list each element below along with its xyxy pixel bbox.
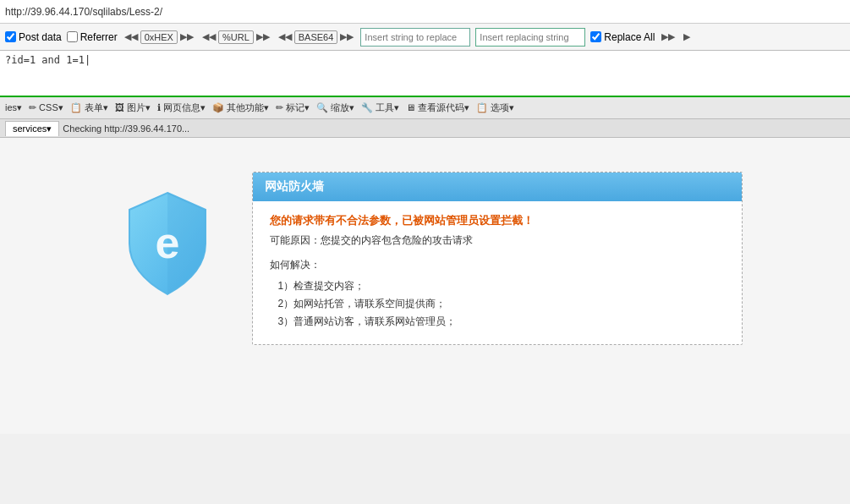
url-right-arrow[interactable]: ▶▶ xyxy=(255,30,271,43)
text-area-container: ?id=1 and 1=1 xyxy=(0,51,850,97)
base64-group: ◀◀ BASE64 ▶▶ xyxy=(277,30,356,44)
replace-all-text: Replace All xyxy=(604,31,655,43)
firewall-list-item-3: 3）普通网站访客，请联系网站管理员； xyxy=(270,315,725,329)
status-tab[interactable]: services▾ xyxy=(5,121,59,136)
firewall-header-text: 网站防火墙 xyxy=(265,179,324,193)
toolbar: Post data Referrer ◀◀ 0xHEX ▶▶ ◀◀ %URL ▶… xyxy=(0,24,850,51)
firewall-list: 1）检查提交内容； 2）如网站托管，请联系空间提供商； 3）普通网站访客，请联系… xyxy=(270,279,725,329)
url-bar: http://39.96.44.170/sqlilabs/Less-2/ xyxy=(0,0,850,24)
dev-item-options[interactable]: 📋 选项▾ xyxy=(476,101,514,114)
replace-all-checkbox[interactable] xyxy=(590,31,601,42)
text-content[interactable]: ?id=1 and 1=1 xyxy=(5,54,845,92)
firewall-how: 如何解决： xyxy=(270,258,725,272)
svg-text:e: e xyxy=(155,218,179,267)
insert-string-input[interactable] xyxy=(360,28,470,47)
referrer-label: Referrer xyxy=(80,31,118,43)
base64-left-arrow[interactable]: ◀◀ xyxy=(277,30,293,43)
firewall-box: 网站防火墙 您的请求带有不合法参数，已被网站管理员设置拦截！ 可能原因：您提交的… xyxy=(252,172,743,345)
firewall-list-item-1: 1）检查提交内容； xyxy=(270,279,725,293)
url-label: %URL xyxy=(218,30,254,44)
firewall-subtitle: 可能原因：您提交的内容包含危险的攻击请求 xyxy=(270,233,725,248)
firewall-title: 您的请求带有不合法参数，已被网站管理员设置拦截！ xyxy=(270,213,725,228)
shield-container: e xyxy=(108,189,227,299)
status-text: Checking http://39.96.44.170... xyxy=(63,123,189,134)
replace-all-right-arrow[interactable]: ▶▶ xyxy=(660,30,677,43)
dev-item-pageinfo[interactable]: ℹ 网页信息▾ xyxy=(157,101,206,114)
post-data-label: Post data xyxy=(19,31,62,43)
dev-item-source[interactable]: 🖥 查看源代码▾ xyxy=(406,101,469,114)
dev-toolbar: ies▾ ✏ CSS▾ 📋 表单▾ 🖼 图片▾ ℹ 网页信息▾ 📦 其他功能▾ … xyxy=(0,97,850,119)
dev-item-ies[interactable]: ies▾ xyxy=(5,102,22,113)
text-cursor xyxy=(85,54,90,66)
status-tab-label: services▾ xyxy=(13,123,52,134)
referrer-checkbox[interactable] xyxy=(67,31,78,42)
firewall-header: 网站防火墙 xyxy=(253,173,742,201)
base64-right-arrow[interactable]: ▶▶ xyxy=(338,30,355,43)
firewall-container: e 网站防火墙 您的请求带有不合法参数，已被网站管理员设置拦截！ 可能原因：您提… xyxy=(108,172,743,400)
post-data-checkbox[interactable] xyxy=(5,31,16,42)
status-bar: services▾ Checking http://39.96.44.170..… xyxy=(0,119,850,138)
url-text: http://39.96.44.170/sqlilabs/Less-2/ xyxy=(5,6,162,18)
hex-right-arrow[interactable]: ▶▶ xyxy=(178,30,195,43)
hex-label: 0xHEX xyxy=(140,30,178,44)
dev-item-images[interactable]: 🖼 图片▾ xyxy=(115,101,151,114)
base64-label: BASE64 xyxy=(294,30,338,44)
shield-icon: e xyxy=(117,189,218,299)
extra-arrow[interactable]: ▶ xyxy=(682,30,692,43)
url-left-arrow[interactable]: ◀◀ xyxy=(200,30,217,43)
url-group: ◀◀ %URL ▶▶ xyxy=(200,30,271,44)
firewall-body: 您的请求带有不合法参数，已被网站管理员设置拦截！ 可能原因：您提交的内容包含危险… xyxy=(253,201,742,344)
dev-item-forms[interactable]: 📋 表单▾ xyxy=(70,101,108,114)
main-content: e 网站防火墙 您的请求带有不合法参数，已被网站管理员设置拦截！ 可能原因：您提… xyxy=(0,138,850,434)
dev-item-css[interactable]: ✏ CSS▾ xyxy=(29,102,63,113)
dev-item-tools[interactable]: 🔧 工具▾ xyxy=(361,101,399,114)
insert-replacing-input[interactable] xyxy=(475,28,585,47)
hex-group: ◀◀ 0xHEX ▶▶ xyxy=(123,30,195,44)
dev-item-other[interactable]: 📦 其他功能▾ xyxy=(212,101,269,114)
text-value: ?id=1 and 1=1 xyxy=(5,54,85,66)
hex-left-arrow[interactable]: ◀◀ xyxy=(123,30,140,43)
dev-item-zoom[interactable]: 🔍 缩放▾ xyxy=(316,101,354,114)
firewall-list-item-2: 2）如网站托管，请联系空间提供商； xyxy=(270,297,725,311)
dev-item-mark[interactable]: ✏ 标记▾ xyxy=(276,101,310,114)
replace-all-label[interactable]: Replace All xyxy=(590,31,655,43)
referrer-checkbox-label[interactable]: Referrer xyxy=(67,31,118,43)
post-data-checkbox-label[interactable]: Post data xyxy=(5,31,62,43)
